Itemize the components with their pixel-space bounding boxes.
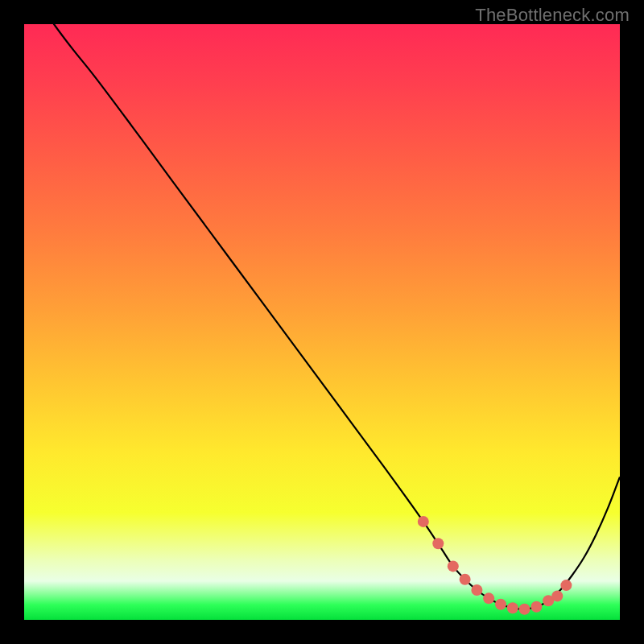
marker-dot	[483, 592, 494, 604]
marker-dot	[560, 580, 572, 591]
marker-dot	[418, 516, 429, 527]
marker-dot	[495, 599, 506, 610]
marker-dot	[519, 604, 530, 615]
plot-area	[24, 24, 620, 620]
marker-dot	[471, 584, 482, 596]
chart-container: TheBottleneck.com	[0, 0, 644, 644]
watermark-text: TheBottleneck.com	[475, 5, 630, 26]
marker-dot	[551, 590, 563, 601]
marker-dot	[507, 602, 518, 613]
gradient-background	[24, 24, 620, 620]
marker-dot	[530, 601, 542, 613]
marker-dot	[448, 560, 459, 572]
marker-dot	[460, 574, 471, 585]
chart-svg	[24, 24, 620, 620]
marker-dot	[432, 538, 444, 549]
